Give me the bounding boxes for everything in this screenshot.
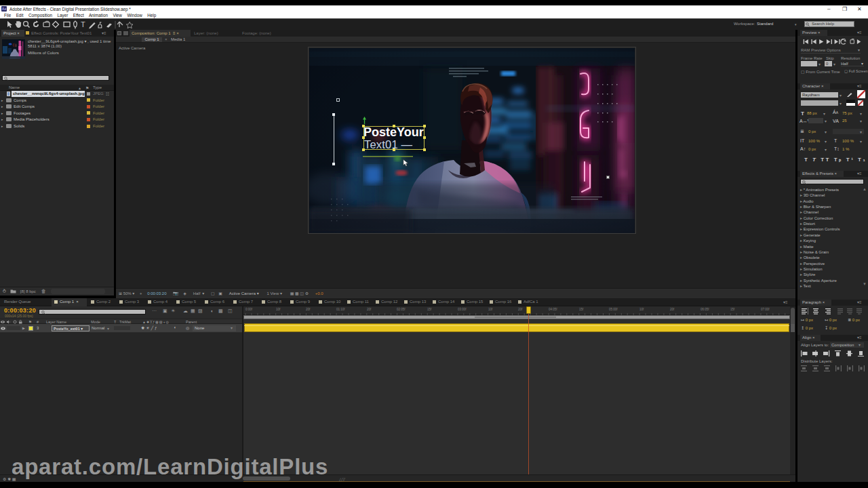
svg-text:T: T: [81, 20, 85, 28]
